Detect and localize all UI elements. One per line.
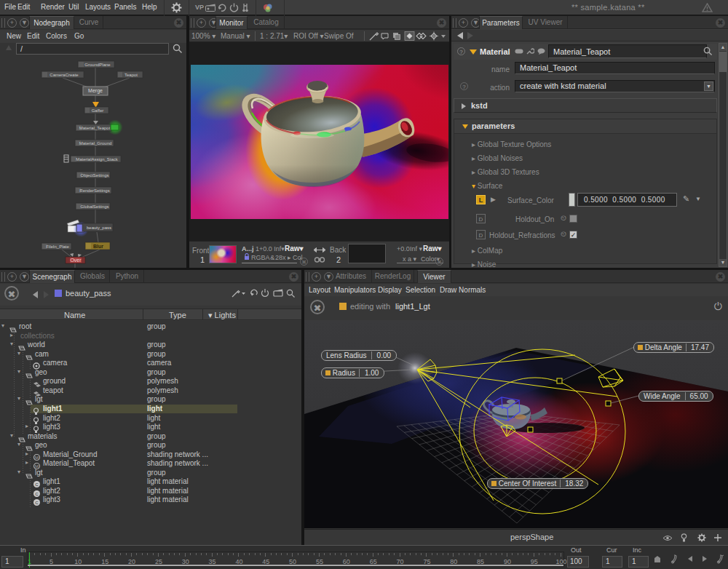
svg-text:Over: Over (70, 258, 82, 263)
svg-text:ObjectSettings: ObjectSettings (80, 173, 108, 178)
svg-text:Material_Ground: Material_Ground (79, 141, 112, 146)
svg-text:MaterialAssign_Stack: MaterialAssign_Stack (76, 157, 119, 162)
svg-text:Merge: Merge (88, 88, 103, 94)
svg-text:beauty_pass: beauty_pass (87, 226, 111, 230)
svg-text:Blur: Blur (93, 244, 103, 249)
svg-text:GlobalSettings: GlobalSettings (80, 204, 108, 209)
svg-text:C: C (35, 501, 39, 505)
svg-text:RenderSettings: RenderSettings (79, 188, 109, 193)
svg-text:C: C (35, 482, 39, 487)
svg-text:CameraCreate: CameraCreate (50, 73, 79, 77)
svg-text:Material_Teapot: Material_Teapot (79, 126, 111, 130)
svg-text:Gaffer: Gaffer (92, 108, 104, 113)
svg-text:M: M (35, 455, 39, 460)
svg-text:GroundPlane: GroundPlane (84, 63, 111, 67)
svg-text:Teapot: Teapot (124, 73, 138, 77)
svg-text:FileIn_Plate: FileIn_Plate (46, 244, 69, 249)
svg-text:C: C (35, 492, 39, 496)
